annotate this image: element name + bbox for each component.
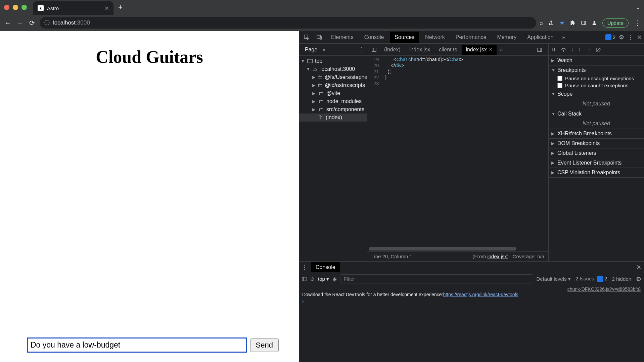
console-source-link[interactable]: chunk-DFKOJ226.js?v=d89583bf:8 (567, 286, 641, 292)
tab-sources[interactable]: Sources (390, 32, 419, 43)
log-levels-selector[interactable]: Default levels ▾ (537, 276, 571, 282)
navigator-tabs: Page » ⋮ (299, 44, 367, 56)
address-bar[interactable]: ⓘ localhost:3000 (40, 17, 536, 29)
callstack-header[interactable]: ▼Call Stack (549, 109, 644, 119)
send-button[interactable]: Send (250, 338, 279, 352)
debugger-toolbar: ↓ ↑ → (549, 44, 644, 56)
device-toggle-icon[interactable] (314, 34, 325, 40)
back-button[interactable]: ← (3, 19, 12, 27)
code-content[interactable]: <Chat chatId={chatId}></Chat> </div> );} (382, 56, 548, 251)
reload-button[interactable]: ⟳ (28, 19, 36, 27)
editor-tab-close-icon[interactable]: ✕ (489, 47, 493, 52)
toolbar-actions: ⌕ ★ Update ⋮ (540, 18, 641, 28)
csp-breakpoints-section[interactable]: ▶CSP Violation Breakpoints (549, 168, 644, 178)
tab-close-icon[interactable]: ✕ (104, 5, 109, 11)
console-drawer-close-icon[interactable]: ✕ (636, 264, 641, 271)
browser-menu-icon[interactable]: ⋮ (634, 19, 641, 27)
toggle-navigator-icon[interactable] (369, 47, 379, 52)
editor-tab[interactable]: client.ts (435, 45, 461, 55)
console-filter-input[interactable] (340, 274, 533, 283)
zoom-icon[interactable]: ⌕ (540, 19, 543, 27)
file-tree[interactable]: ▼ top ▼ localhost:3000 ▶🗀@fs/Users/steph… (299, 56, 367, 261)
tree-folder[interactable]: ▶🗀@id/astro:scripts (299, 81, 367, 89)
editor-tab[interactable]: (index) (380, 45, 405, 55)
site-info-icon[interactable]: ⓘ (44, 19, 50, 27)
code-editor[interactable]: 1920212223 <Chat chatId={chatId}></Chat>… (367, 56, 548, 251)
console-drawer-tab[interactable]: Console (311, 262, 340, 272)
scope-header[interactable]: ▼Scope (549, 89, 644, 99)
tabs-dropdown-icon[interactable]: ⌄ (636, 5, 640, 10)
context-label: top (318, 276, 325, 282)
tree-folder[interactable]: ▶🗀node_modules (299, 97, 367, 105)
maximize-window-button[interactable] (21, 5, 27, 10)
tree-folder[interactable]: ▶🗀@vite (299, 89, 367, 97)
dom-breakpoints-section[interactable]: ▶DOM Breakpoints (549, 139, 644, 148)
console-settings-icon[interactable]: ⚙ (636, 275, 641, 283)
event-listener-breakpoints-section[interactable]: ▶Event Listener Breakpoints (549, 158, 644, 168)
chat-input[interactable] (27, 337, 247, 353)
xhr-breakpoints-section[interactable]: ▶XHR/fetch Breakpoints (549, 129, 644, 139)
page-viewport[interactable]: Cloud Guitars Send (0, 31, 299, 362)
profile-icon[interactable] (592, 20, 597, 26)
issues-badge[interactable]: 2 (605, 34, 615, 40)
tree-folder[interactable]: ▶🗀@fs/Users/stepha (299, 73, 367, 81)
tab-console[interactable]: Console (360, 32, 389, 43)
navigator-tab-page[interactable]: Page (302, 45, 321, 55)
tab-memory[interactable]: Memory (492, 32, 521, 43)
pause-icon[interactable] (551, 47, 556, 52)
tree-host[interactable]: ▼ localhost:3000 (299, 65, 367, 73)
tree-folder[interactable]: ▶🗀src/components (299, 105, 367, 114)
console-output[interactable]: chunk-DFKOJ226.js?v=d89583bf:8 Download … (299, 285, 644, 362)
step-over-icon[interactable] (561, 47, 566, 52)
browser-tab[interactable]: ▲ Astro ✕ (33, 1, 113, 15)
sidepanel-icon[interactable] (581, 20, 586, 26)
tree-top[interactable]: ▼ top (299, 57, 367, 65)
devtools-menu-icon[interactable]: ⋮ (628, 34, 634, 41)
console-hidden-count[interactable]: 2 hidden (612, 276, 631, 282)
console-context-selector[interactable]: top ▾ (318, 276, 329, 282)
console-drawer-menu-icon[interactable]: ⋮ (302, 264, 308, 271)
devtools-settings-icon[interactable]: ⚙ (619, 34, 624, 41)
inspect-element-icon[interactable] (301, 34, 312, 40)
navigator-menu-icon[interactable]: ⋮ (358, 46, 364, 53)
pause-uncaught-checkbox[interactable]: Pause on uncaught exceptions (549, 75, 644, 82)
toggle-debugger-icon[interactable] (534, 47, 545, 52)
watch-section[interactable]: ▶Watch (549, 56, 644, 65)
editor-tab[interactable]: index.jsx (405, 45, 434, 55)
live-expression-icon[interactable]: ◉ (332, 276, 337, 282)
step-icon[interactable]: → (586, 47, 591, 53)
minimize-window-button[interactable] (13, 5, 18, 10)
global-listeners-section[interactable]: ▶Global Listeners (549, 148, 644, 158)
tree-file-index[interactable]: 🗎(index) (299, 114, 367, 122)
tab-application[interactable]: Application (522, 32, 558, 43)
forward-button[interactable]: → (15, 19, 24, 27)
tree-label: localhost:3000 (320, 66, 355, 72)
clear-console-icon[interactable]: ⊘ (310, 276, 315, 282)
editor-tab-active[interactable]: index.jsx✕ (462, 45, 496, 55)
bookmark-star-icon[interactable]: ★ (559, 19, 565, 27)
source-file-link[interactable]: index.jsx (487, 254, 507, 259)
console-sidebar-toggle-icon[interactable] (302, 276, 307, 282)
tab-elements[interactable]: Elements (326, 32, 358, 43)
devtools-close-icon[interactable]: ✕ (637, 34, 642, 41)
more-editor-tabs-icon[interactable]: » (497, 47, 506, 53)
pause-caught-checkbox[interactable]: Pause on caught exceptions (549, 82, 644, 89)
console-issues-link[interactable]: 2 Issues: 2 (576, 276, 607, 282)
console-prompt[interactable]: › (302, 299, 641, 304)
navigator-more-icon[interactable]: » (323, 47, 325, 52)
close-window-button[interactable] (4, 5, 9, 10)
step-into-icon[interactable]: ↓ (571, 47, 573, 53)
console-message-link[interactable]: https://reactjs.org/link/react-devtools (443, 292, 518, 297)
tab-performance[interactable]: Performance (451, 32, 491, 43)
extensions-icon[interactable] (570, 20, 576, 26)
update-button[interactable]: Update (602, 18, 629, 28)
breakpoints-header[interactable]: ▼Breakpoints (549, 65, 644, 75)
more-tabs-icon[interactable]: » (559, 34, 568, 40)
step-out-icon[interactable]: ↑ (578, 47, 581, 53)
section-label: Global Listeners (557, 150, 596, 156)
new-tab-button[interactable]: + (118, 3, 123, 12)
horizontal-scrollbar[interactable] (369, 247, 516, 251)
share-icon[interactable] (549, 20, 554, 26)
tab-network[interactable]: Network (420, 32, 450, 43)
deactivate-breakpoints-icon[interactable] (596, 47, 601, 52)
